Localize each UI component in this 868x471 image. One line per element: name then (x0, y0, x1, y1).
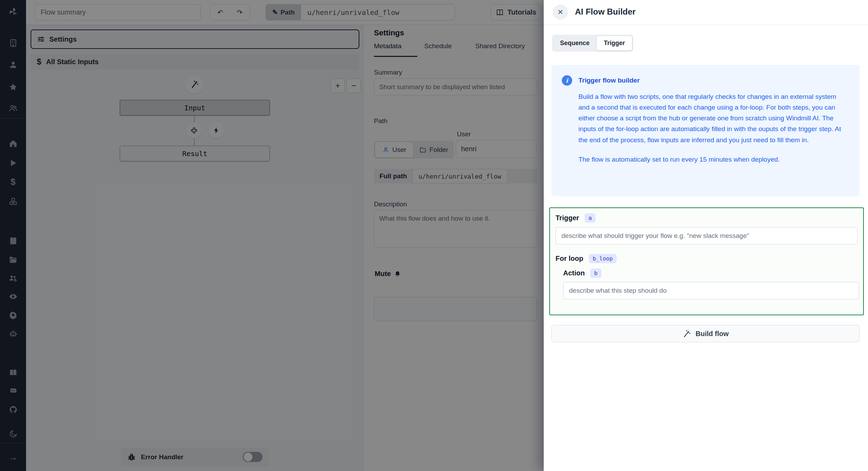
audit-eye-icon[interactable] (8, 292, 18, 301)
canvas-zoom-in-button[interactable]: + (331, 78, 345, 93)
owner-kind-user-button[interactable]: User (375, 142, 414, 158)
mute-label: Mute (375, 270, 391, 278)
trigger-step-badge: a (585, 213, 596, 223)
flow-settings-button[interactable]: Settings (31, 29, 359, 49)
info-title: Trigger flow builder (578, 77, 640, 84)
sliders-icon (37, 35, 45, 43)
error-handler-toggle[interactable] (243, 452, 262, 462)
summary-label: Summary (374, 69, 402, 76)
book-icon (496, 8, 504, 17)
owner-kind-toggle: User Folder (374, 141, 454, 159)
pencil-icon: ✎ (272, 8, 278, 16)
tab-sequence[interactable]: Sequence (553, 36, 596, 51)
owner-user-input[interactable] (456, 140, 536, 158)
mute-row: Mute (375, 270, 401, 278)
all-static-inputs-label: All Static Inputs (46, 58, 99, 66)
full-path-value: u/henri/unrivaled_flow (412, 169, 507, 183)
input-node[interactable]: Input (120, 100, 270, 115)
runs-play-icon[interactable] (8, 158, 18, 168)
dollar-icon: $ (37, 57, 41, 67)
tab-trigger[interactable]: Trigger (596, 36, 632, 51)
extra-settings-box[interactable] (374, 297, 537, 321)
full-path-label: Full path (374, 172, 412, 180)
folders-icon[interactable] (8, 255, 18, 264)
path-edit-button[interactable]: ✎ Path (266, 5, 301, 20)
owner-user-label: User (392, 146, 406, 154)
discord-icon[interactable] (8, 386, 18, 395)
lightning-icon (212, 127, 220, 134)
summary-input[interactable] (374, 78, 537, 95)
schedules-calendar-icon[interactable] (8, 236, 18, 245)
info-footer: The flow is automatically set to run eve… (578, 156, 849, 163)
ai-robot-icon[interactable] (8, 329, 18, 338)
github-icon[interactable] (8, 405, 18, 414)
redo-button[interactable]: ↷ (230, 4, 250, 20)
ai-panel-title: AI Flow Builder (575, 7, 636, 17)
trigger-bolt-button[interactable] (208, 122, 224, 138)
resources-cubes-icon[interactable] (8, 197, 18, 206)
ai-flow-builder-panel: ✕ AI Flow Builder Sequence Trigger i Tri… (544, 0, 868, 471)
undo-icon: ↶ (217, 8, 223, 17)
trigger-label: Trigger (556, 214, 579, 222)
tutorials-label: Tutorials (508, 8, 536, 16)
magic-wand-icon (190, 79, 199, 89)
flow-path-value: u/henri/unrivaled_flow (301, 5, 454, 20)
ai-wand-button[interactable] (185, 75, 204, 94)
panel-divider (544, 25, 868, 25)
canvas-zoom-out-button[interactable]: − (347, 78, 361, 93)
flow-summary-input[interactable] (35, 4, 201, 20)
settings-gear-icon[interactable] (8, 310, 18, 319)
build-flow-button[interactable]: Build flow (551, 325, 860, 342)
dark-mode-moon-icon[interactable] (8, 429, 18, 438)
toggle-knob (244, 453, 252, 461)
tab-schedule[interactable]: Schedule (424, 42, 452, 57)
full-path-row: Full path u/henri/unrivaled_flow (374, 169, 537, 183)
error-handler-bar[interactable]: Error Handler (121, 448, 269, 466)
description-textarea[interactable] (374, 210, 537, 248)
docs-book-icon[interactable] (8, 368, 18, 377)
close-button[interactable]: ✕ (553, 5, 568, 20)
owner-kind-folder-button[interactable]: Folder (415, 142, 453, 158)
flow-editor-panel: Settings $ All Static Inputs + − Input R… (26, 25, 363, 471)
app-root: $ (0, 0, 868, 471)
user-field-label: User (457, 130, 471, 138)
error-handler-label: Error Handler (141, 453, 238, 461)
workspace-icon[interactable] (8, 38, 18, 48)
build-flow-label: Build flow (695, 330, 729, 338)
trigger-builder-box: Trigger a For loop b_loop Action b (549, 207, 864, 315)
path-group: ✎ Path u/henri/unrivaled_flow (266, 4, 455, 20)
plus-icon: + (335, 81, 340, 91)
result-node[interactable]: Result (120, 146, 270, 161)
trigger-description-input[interactable] (556, 227, 858, 245)
variables-dollar-icon[interactable]: $ (8, 177, 18, 187)
windmill-logo-icon[interactable] (7, 6, 19, 18)
all-static-inputs-button[interactable]: $ All Static Inputs (31, 54, 359, 70)
action-step-badge: b (590, 268, 601, 278)
user-icon[interactable] (8, 60, 18, 69)
forloop-step-badge: b_loop (589, 254, 617, 263)
minus-icon: − (351, 81, 356, 91)
tab-shared-directory[interactable]: Shared Directory (475, 42, 525, 57)
add-step-button[interactable] (186, 122, 202, 138)
groups-admin-icon[interactable] (8, 273, 18, 283)
trigger-info-box: i Trigger flow builder Build a flow with… (551, 65, 860, 196)
bell-icon (394, 270, 401, 278)
settings-panel-title: Settings (374, 28, 404, 37)
person-icon (382, 146, 389, 153)
sidebar: $ (0, 0, 26, 471)
flow-settings-label: Settings (49, 35, 77, 43)
favorites-star-icon[interactable] (8, 82, 18, 92)
undo-button[interactable]: ↶ (210, 4, 230, 20)
magic-wand-icon (682, 329, 691, 338)
forloop-label: For loop (556, 255, 583, 263)
tab-metadata[interactable]: Metadata (374, 42, 417, 57)
home-icon[interactable] (8, 139, 18, 148)
members-icon[interactable] (8, 103, 18, 113)
expand-arrow-icon[interactable]: → (8, 453, 18, 462)
description-label: Description (374, 200, 407, 208)
plus-cross-icon (190, 127, 198, 134)
info-icon: i (562, 75, 572, 86)
action-description-input[interactable] (563, 282, 859, 299)
sidebar-divider (0, 443, 26, 443)
tutorials-button[interactable]: Tutorials (491, 4, 541, 20)
